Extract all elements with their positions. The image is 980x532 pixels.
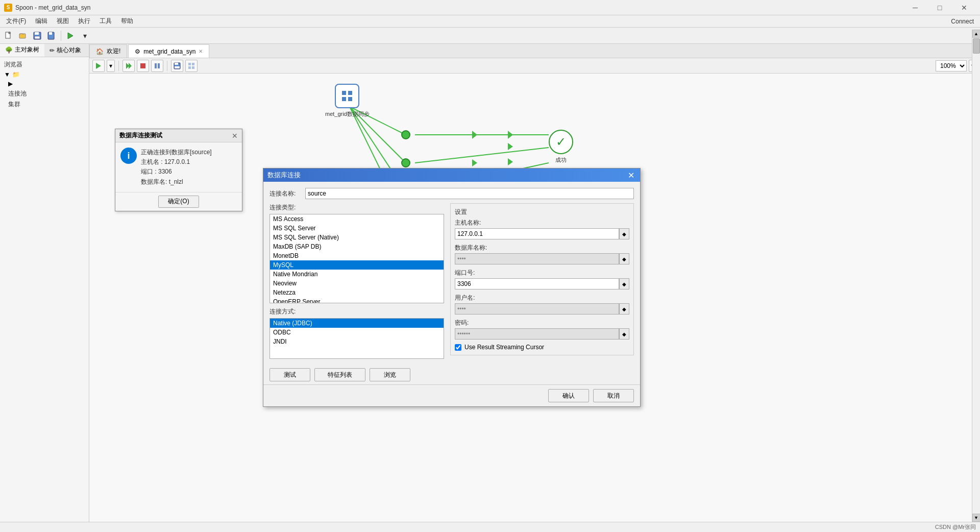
menu-execute[interactable]: 执行 (74, 16, 94, 27)
menu-view[interactable]: 视图 (53, 16, 73, 27)
tab-main-objects[interactable]: 🌳 主对象树 (0, 44, 44, 57)
notif-info-icon: i (120, 148, 137, 164)
tree-item-pool[interactable]: 连接池 (2, 88, 87, 99)
notif-footer: 确定(O) (115, 192, 242, 211)
tree-item-cluster[interactable]: 集群 (2, 99, 87, 110)
left-panel: 🌳 主对象树 ✏ 核心对象 浏览器 ▼ 📁 ▶ 连接池 集群 (0, 44, 89, 532)
connect-label: Connect (951, 18, 978, 25)
type-ms-sql[interactable]: MS SQL Server (270, 224, 444, 233)
dropdown-btn[interactable]: ▾ (78, 29, 91, 42)
svg-rect-15 (158, 63, 160, 68)
main-node-label: met_grid数据同步 (325, 110, 370, 118)
main-objects-icon: 🌳 (5, 46, 13, 54)
tree-root[interactable]: ▼ 📁 (2, 70, 87, 79)
cancel-btn[interactable]: 取消 (593, 389, 634, 402)
dialog-body: 连接名称: 连接类型: MS Access MS SQL Server MS S… (263, 182, 640, 365)
title-bar: S Spoon - met_grid_data_syn ─ □ ✕ (0, 0, 980, 15)
conn-type-list[interactable]: MS Access MS SQL Server MS SQL Server (N… (270, 214, 444, 303)
folder-icon: 📁 (12, 71, 20, 78)
pwd-input-wrap: ◆ (455, 328, 629, 340)
sub-sep1 (118, 61, 119, 71)
port-btn[interactable]: ◆ (619, 278, 629, 289)
zoom-select[interactable]: 100% 50% 75% 125% 150% (936, 60, 967, 71)
method-jndi[interactable]: JNDI (270, 337, 444, 346)
type-netezza[interactable]: Netezza (270, 288, 444, 297)
method-odbc[interactable]: ODBC (270, 328, 444, 337)
save-canvas-btn[interactable] (171, 60, 183, 72)
type-native-mondrian[interactable]: Native Mondrian (270, 270, 444, 279)
toolbar: ▾ (0, 28, 980, 44)
workflow-icon: ⚙ (135, 48, 140, 55)
menu-help[interactable]: 帮助 (117, 16, 137, 27)
two-col: 连接类型: MS Access MS SQL Server MS SQL Ser… (270, 203, 634, 359)
test-btn[interactable]: 测试 (270, 368, 310, 381)
workflow-canvas[interactable]: met_grid数据同步 ✓ 成功 数据库连接 ✕ (89, 74, 980, 532)
run-workflow-btn[interactable] (92, 60, 105, 72)
port-input[interactable] (455, 278, 619, 289)
open-btn[interactable] (16, 29, 30, 42)
minimize-button[interactable]: ─ (903, 0, 927, 15)
svg-rect-6 (35, 36, 40, 39)
tab-core-objects[interactable]: ✏ 核心对象 (44, 44, 86, 57)
v-scrollbar[interactable]: ▲ ▼ (972, 30, 980, 522)
dialog-action-btns: 测试 特征列表 浏览 (263, 365, 640, 384)
tab-welcome[interactable]: 🏠 欢迎! (89, 44, 127, 58)
conn-method-list[interactable]: Native (JDBC) ODBC JNDI (270, 318, 444, 359)
menu-edit[interactable]: 编辑 (31, 16, 52, 27)
main-workflow-node[interactable]: met_grid数据同步 (325, 84, 370, 118)
method-native-jdbc[interactable]: Native (JDBC) (270, 319, 444, 328)
db-dialog: 数据库连接 ✕ 连接名称: 连接类型: (263, 168, 641, 407)
host-btn[interactable]: ◆ (619, 228, 629, 239)
notif-close-btn[interactable]: ✕ (232, 132, 238, 140)
streaming-cursor-checkbox[interactable] (455, 344, 461, 351)
tab-met-grid[interactable]: ⚙ met_grid_data_syn ✕ (128, 44, 209, 58)
dbname-btn[interactable]: ◆ (619, 253, 629, 264)
streaming-cursor-label[interactable]: Use Result Streaming Cursor (464, 344, 544, 351)
stop-btn[interactable] (137, 60, 149, 72)
save-btn[interactable] (31, 29, 44, 42)
type-monetdb[interactable]: MonetDB (270, 251, 444, 260)
hop-node-2[interactable] (401, 158, 410, 167)
scroll-down-btn[interactable]: ▼ (972, 514, 981, 522)
type-maxdb[interactable]: MaxDB (SAP DB) (270, 242, 444, 251)
tab-close-btn[interactable]: ✕ (199, 49, 203, 54)
menu-file[interactable]: 文件(F) (2, 16, 30, 27)
layout-btn[interactable] (185, 60, 198, 72)
browse-btn[interactable]: 浏览 (370, 368, 410, 381)
user-input[interactable] (455, 303, 619, 315)
success-node[interactable]: ✓ 成功 (549, 130, 573, 164)
type-openerp[interactable]: OpenERP Server (270, 297, 444, 303)
confirm-btn[interactable]: 确认 (548, 389, 589, 402)
dialog-close-btn[interactable]: ✕ (626, 170, 636, 180)
svg-marker-37 (508, 158, 513, 165)
run-dropdown-btn[interactable]: ▾ (107, 60, 115, 72)
save-as-btn[interactable] (45, 29, 58, 42)
pause-btn[interactable] (151, 60, 163, 72)
features-btn[interactable]: 特征列表 (314, 368, 365, 381)
hop-node-1[interactable] (401, 130, 410, 139)
dialog-title-bar: 数据库连接 ✕ (263, 168, 640, 182)
maximize-button[interactable]: □ (928, 0, 951, 15)
type-ms-sql-native[interactable]: MS SQL Server (Native) (270, 233, 444, 242)
menu-tools[interactable]: 工具 (95, 16, 116, 27)
run-btn[interactable] (64, 29, 77, 42)
scroll-up-btn[interactable]: ▲ (972, 30, 981, 38)
tree-expand-row[interactable]: ▶ (2, 79, 87, 88)
dbname-input[interactable] (455, 253, 619, 264)
type-mysql[interactable]: MySQL (270, 260, 444, 270)
title-bar-left: S Spoon - met_grid_data_syn (4, 4, 90, 12)
pwd-btn[interactable]: ◆ (619, 328, 629, 340)
pwd-input[interactable] (455, 328, 619, 340)
welcome-icon: 🏠 (96, 48, 104, 55)
type-neoview[interactable]: Neoview (270, 279, 444, 288)
close-button[interactable]: ✕ (952, 0, 976, 15)
run2-btn[interactable] (122, 60, 135, 72)
new-file-btn[interactable] (2, 29, 15, 42)
conn-name-input[interactable] (305, 188, 634, 199)
type-ms-access[interactable]: MS Access (270, 214, 444, 224)
host-input[interactable] (455, 228, 619, 239)
user-btn[interactable]: ◆ (619, 303, 629, 315)
notif-ok-btn[interactable]: 确定(O) (158, 196, 199, 208)
port-input-wrap: ◆ (455, 278, 629, 289)
scroll-thumb[interactable] (973, 38, 980, 54)
